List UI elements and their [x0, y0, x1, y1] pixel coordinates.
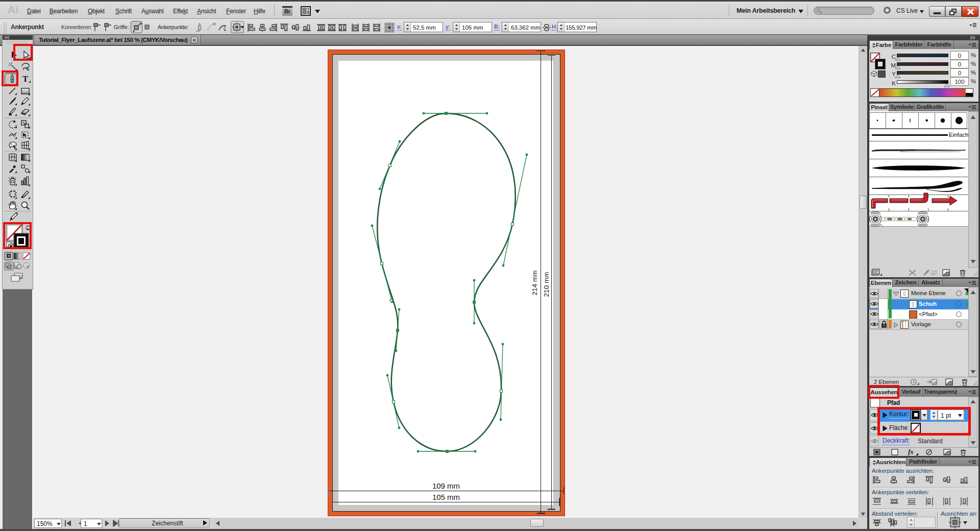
svg-text:Einfach: Einfach — [949, 132, 968, 138]
svg-text:T: T — [22, 74, 29, 84]
svg-text:8: 8 — [224, 25, 226, 29]
